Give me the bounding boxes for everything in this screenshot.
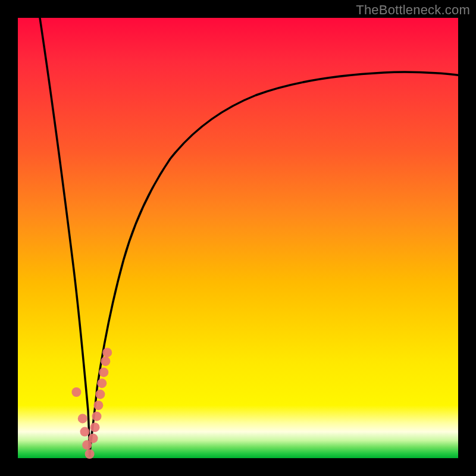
marker-dot (101, 356, 110, 366)
marker-dot (90, 422, 100, 432)
chart-frame: TheBottleneck.com (0, 0, 476, 476)
marker-dot (97, 378, 107, 388)
chart-svg (18, 18, 458, 458)
marker-dot (92, 412, 102, 421)
marker-dot (71, 387, 81, 397)
marker-dot (102, 347, 112, 357)
watermark-text: TheBottleneck.com (356, 2, 470, 18)
marker-dot (85, 449, 95, 459)
marker-dot (78, 414, 87, 423)
marker-cluster (71, 347, 112, 459)
marker-dot (99, 368, 108, 377)
marker-dot (95, 390, 105, 399)
marker-dot (89, 434, 98, 443)
curve-left-branch (40, 18, 90, 456)
marker-dot (93, 400, 103, 410)
curve-right-branch (90, 72, 458, 456)
marker-dot (80, 427, 90, 437)
